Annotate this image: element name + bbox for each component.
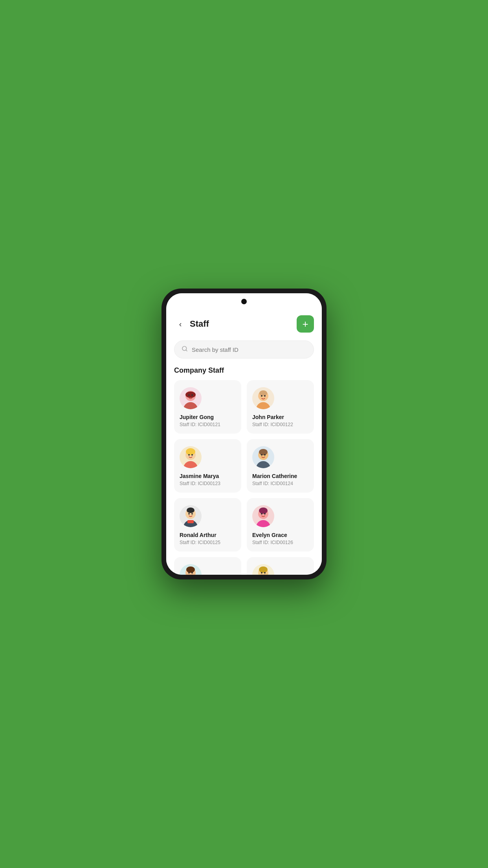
staff-id: Staff ID: ICID00123 bbox=[180, 481, 220, 486]
svg-point-41 bbox=[261, 572, 262, 574]
section-label: Company Staff bbox=[166, 365, 322, 380]
staff-avatar bbox=[252, 387, 274, 409]
svg-point-6 bbox=[191, 394, 193, 396]
page-title: Staff bbox=[190, 319, 209, 329]
svg-point-11 bbox=[264, 395, 266, 397]
staff-card[interactable]: John ParkerStaff ID: ICID00122 bbox=[247, 380, 314, 434]
staff-card[interactable]: Jasmine MaryaStaff ID: ICID00123 bbox=[174, 439, 241, 493]
svg-point-31 bbox=[261, 513, 262, 515]
svg-line-1 bbox=[186, 350, 187, 351]
staff-avatar bbox=[180, 564, 202, 575]
svg-point-24 bbox=[187, 508, 194, 513]
svg-point-14 bbox=[186, 448, 195, 455]
staff-name: Ronald Arthur bbox=[180, 532, 216, 538]
staff-card[interactable]: Staff Member 7Staff ID: ICID00127 bbox=[174, 557, 241, 575]
svg-point-15 bbox=[188, 454, 190, 456]
staff-grid: Jupiter GongStaff ID: ICID00121 John Par… bbox=[166, 380, 322, 575]
back-icon: ‹ bbox=[179, 320, 182, 329]
staff-avatar bbox=[252, 505, 274, 527]
staff-id: Staff ID: ICID00125 bbox=[180, 540, 220, 545]
staff-id: Staff ID: ICID00121 bbox=[180, 422, 220, 427]
svg-point-40 bbox=[259, 566, 268, 573]
svg-point-36 bbox=[188, 572, 190, 574]
search-container bbox=[166, 337, 322, 365]
staff-id: Staff ID: ICID00124 bbox=[252, 481, 293, 486]
staff-name: John Parker bbox=[252, 414, 284, 420]
svg-rect-27 bbox=[187, 520, 194, 523]
header-left: ‹ Staff bbox=[174, 318, 209, 330]
search-input[interactable] bbox=[192, 346, 306, 353]
staff-card[interactable]: Evelyn GraceStaff ID: ICID00126 bbox=[247, 498, 314, 552]
search-box bbox=[174, 340, 314, 359]
staff-name: Jupiter Gong bbox=[180, 414, 214, 420]
staff-avatar bbox=[180, 387, 202, 409]
phone-screen: ‹ Staff + bbox=[166, 293, 322, 575]
camera-notch bbox=[241, 299, 247, 304]
staff-name: Marion Catherine bbox=[252, 473, 297, 479]
staff-card[interactable]: Marion CatherineStaff ID: ICID00124 bbox=[247, 439, 314, 493]
staff-card[interactable]: Staff Member 8Staff ID: ICID00128 bbox=[247, 557, 314, 575]
svg-point-5 bbox=[188, 394, 190, 396]
staff-name: Jasmine Marya bbox=[180, 473, 219, 479]
svg-point-2 bbox=[183, 402, 198, 409]
svg-point-28 bbox=[256, 520, 270, 527]
svg-point-42 bbox=[264, 572, 266, 574]
svg-point-32 bbox=[264, 513, 266, 515]
svg-point-4 bbox=[185, 392, 196, 398]
staff-avatar bbox=[252, 564, 274, 575]
svg-point-17 bbox=[256, 461, 270, 468]
back-button[interactable]: ‹ bbox=[174, 318, 187, 330]
page-header: ‹ Staff + bbox=[166, 309, 322, 337]
svg-point-30 bbox=[259, 508, 268, 514]
staff-avatar bbox=[180, 446, 202, 468]
svg-point-25 bbox=[188, 513, 190, 515]
svg-point-19 bbox=[259, 449, 268, 455]
svg-point-37 bbox=[191, 572, 193, 574]
staff-avatar bbox=[180, 505, 202, 527]
staff-name: Evelyn Grace bbox=[252, 532, 287, 538]
add-staff-button[interactable]: + bbox=[297, 315, 314, 333]
search-icon bbox=[182, 346, 188, 353]
staff-id: Staff ID: ICID00126 bbox=[252, 540, 293, 545]
plus-icon: + bbox=[302, 319, 308, 329]
svg-point-9 bbox=[259, 390, 267, 396]
svg-point-16 bbox=[191, 454, 193, 456]
staff-card[interactable]: Jupiter GongStaff ID: ICID00121 bbox=[174, 380, 241, 434]
svg-point-21 bbox=[264, 454, 266, 456]
phone-frame: ‹ Staff + bbox=[161, 289, 327, 579]
svg-point-10 bbox=[261, 395, 262, 397]
staff-id: Staff ID: ICID00122 bbox=[252, 422, 293, 427]
svg-point-35 bbox=[186, 566, 195, 573]
screen-content: ‹ Staff + bbox=[166, 293, 322, 575]
staff-avatar bbox=[252, 446, 274, 468]
svg-point-20 bbox=[261, 454, 262, 456]
svg-point-7 bbox=[256, 402, 270, 409]
staff-card[interactable]: Ronald ArthurStaff ID: ICID00125 bbox=[174, 498, 241, 552]
svg-point-12 bbox=[183, 461, 198, 468]
svg-point-26 bbox=[191, 513, 193, 515]
